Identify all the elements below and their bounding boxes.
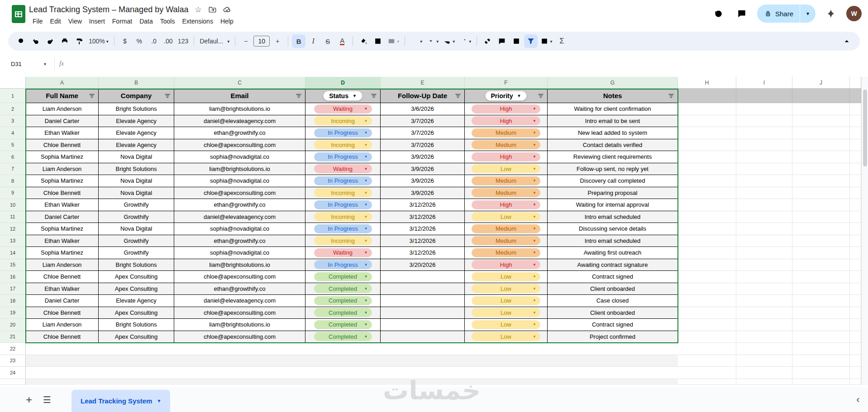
cell-I2[interactable] <box>736 103 792 115</box>
cell-D4[interactable]: In Progress▼ <box>305 127 381 139</box>
cell-A5[interactable]: Chloe Bennett <box>26 139 99 152</box>
header-cell-full-name[interactable]: Full Name <box>26 89 99 103</box>
cell-I3[interactable] <box>736 115 792 128</box>
account-avatar[interactable]: W <box>846 6 862 21</box>
name-box[interactable]: D31 ▾ <box>6 57 50 70</box>
cell-extra-22[interactable] <box>850 343 861 355</box>
row-number-20[interactable]: 20 <box>0 319 26 331</box>
cell-C3[interactable]: daniel@elevateagency.com <box>174 115 305 128</box>
cell-E20[interactable] <box>381 319 465 331</box>
format-percent-button[interactable]: % <box>133 34 146 48</box>
cell-A7[interactable]: Liam Anderson <box>26 163 99 175</box>
cell-E3[interactable]: 3/7/2026 <box>381 115 465 128</box>
cell-H17[interactable] <box>678 283 736 295</box>
cell-E9[interactable]: 3/9/2026 <box>381 187 465 199</box>
cell-H25[interactable] <box>678 379 736 385</box>
cell-D11[interactable]: Incoming▼ <box>305 211 381 223</box>
row-number-17[interactable]: 17 <box>0 283 26 295</box>
cell-A10[interactable]: Ethan Walker <box>26 199 99 211</box>
cell-J13[interactable] <box>792 235 850 247</box>
cell-E15[interactable]: 3/20/2026 <box>381 259 465 271</box>
cell-A6[interactable]: Sophia Martinez <box>26 151 99 163</box>
cell-J7[interactable] <box>792 163 850 175</box>
cell-J19[interactable] <box>792 307 850 319</box>
filter-button[interactable] <box>369 91 378 100</box>
print-button[interactable] <box>58 34 72 48</box>
cell-A15[interactable]: Liam Anderson <box>26 259 99 271</box>
filter-button[interactable] <box>453 91 463 100</box>
cell-A20[interactable]: Liam Anderson <box>26 319 99 331</box>
cell-G11[interactable]: Intro email scheduled <box>548 211 678 223</box>
insert-link-button[interactable] <box>481 34 494 48</box>
cell-C11[interactable]: daniel@elevateagency.com <box>174 211 305 223</box>
cell-B21[interactable]: Apex Consulting <box>99 331 174 343</box>
cell-H8[interactable] <box>678 175 736 187</box>
increase-font-size-button[interactable]: + <box>271 34 284 48</box>
row-number-15[interactable]: 15 <box>0 259 26 271</box>
priority-chip[interactable]: High▼ <box>472 116 540 125</box>
cell-F18[interactable]: Low▼ <box>465 295 548 307</box>
move-folder-icon[interactable] <box>208 5 216 14</box>
status-chip[interactable]: Incoming▼ <box>314 188 372 197</box>
select-all-corner[interactable] <box>0 77 26 89</box>
cell-F10[interactable]: High▼ <box>465 199 548 211</box>
header-cell-email[interactable]: Email <box>174 89 305 103</box>
cell-G19[interactable]: Client onboarded <box>548 307 678 319</box>
cell-G2[interactable]: Waiting for client confirmation <box>548 103 678 115</box>
cell-C8[interactable]: sophia@novadigital.co <box>174 175 305 187</box>
cell-J1[interactable] <box>792 89 850 103</box>
status-chip[interactable]: Completed▼ <box>314 284 372 293</box>
row-number-23[interactable]: 23 <box>0 355 26 367</box>
cell-I24[interactable] <box>736 367 792 379</box>
undo-button[interactable] <box>29 34 43 48</box>
header-cell-follow-up-date[interactable]: Follow-Up Date <box>381 89 465 103</box>
share-dropdown-icon[interactable]: ▾ <box>800 10 816 17</box>
cell-I23[interactable] <box>736 355 792 367</box>
cell-F8[interactable]: Medium▼ <box>465 175 548 187</box>
share-button[interactable]: Share ▾ <box>757 5 816 23</box>
cell-I4[interactable] <box>736 127 792 139</box>
priority-chip[interactable]: Low▼ <box>472 212 540 221</box>
cell-C7[interactable]: liam@brightsolutions.io <box>174 163 305 175</box>
cell-C18[interactable]: daniel@elevateagency.com <box>174 295 305 307</box>
cell-E14[interactable]: 3/12/2026 <box>381 247 465 259</box>
cell-F20[interactable]: Low▼ <box>465 319 548 331</box>
cell-I10[interactable] <box>736 199 792 211</box>
cell-extra-2[interactable] <box>850 103 861 115</box>
cell-J20[interactable] <box>792 319 850 331</box>
cell-C6[interactable]: sophia@novadigital.co <box>174 151 305 163</box>
cell-A13[interactable]: Ethan Walker <box>26 235 99 247</box>
cell-C12[interactable]: sophia@novadigital.co <box>174 223 305 235</box>
cell-J14[interactable] <box>792 247 850 259</box>
cell-J23[interactable] <box>792 355 850 367</box>
header-cell-status[interactable]: Status▼ <box>305 89 381 103</box>
cell-D10[interactable]: In Progress▼ <box>305 199 381 211</box>
cell-A17[interactable]: Ethan Walker <box>26 283 99 295</box>
priority-chip[interactable]: High▼ <box>472 200 540 209</box>
cell-extra-7[interactable] <box>850 163 861 175</box>
cell-J16[interactable] <box>792 271 850 283</box>
cell-J4[interactable] <box>792 127 850 139</box>
cell-I1[interactable] <box>736 89 792 103</box>
cell-G18[interactable]: Case closed <box>548 295 678 307</box>
header-cell-company[interactable]: Company <box>99 89 174 103</box>
cell-H14[interactable] <box>678 247 736 259</box>
paint-format-button[interactable] <box>72 34 86 48</box>
cell-F16[interactable]: Low▼ <box>465 271 548 283</box>
borders-button[interactable] <box>371 34 385 48</box>
redo-button[interactable] <box>43 34 57 48</box>
cell-E11[interactable]: 3/12/2026 <box>381 211 465 223</box>
row-number-8[interactable]: 8 <box>0 175 26 187</box>
cell-C20[interactable]: liam@brightsolutions.io <box>174 319 305 331</box>
cell-C5[interactable]: chloe@apexconsulting.com <box>174 139 305 152</box>
priority-chip[interactable]: Low▼ <box>472 164 540 173</box>
column-header-B[interactable]: B <box>99 77 174 89</box>
cell-A4[interactable]: Ethan Walker <box>26 127 99 139</box>
cell-B8[interactable]: Nova Digital <box>99 175 174 187</box>
cell-F14[interactable]: Medium▼ <box>465 247 548 259</box>
cell-D5[interactable]: Incoming▼ <box>305 139 381 152</box>
priority-chip[interactable]: Low▼ <box>472 332 540 341</box>
cell-F12[interactable]: Medium▼ <box>465 223 548 235</box>
cell-I21[interactable] <box>736 331 792 343</box>
cell-E4[interactable]: 3/7/2026 <box>381 127 465 139</box>
